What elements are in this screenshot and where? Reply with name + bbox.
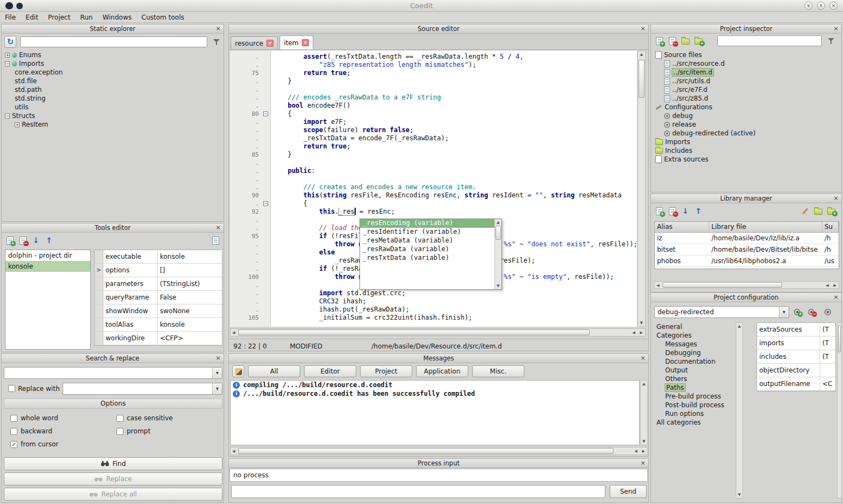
tree-item[interactable]: std.string xyxy=(2,94,225,103)
scroll-up-icon[interactable]: ▲ xyxy=(495,220,501,225)
properties-scrollbar[interactable] xyxy=(837,322,842,499)
category-item[interactable]: Debugging xyxy=(654,349,734,357)
tree-item[interactable]: core.exception xyxy=(2,68,225,77)
fold-collapse-icon[interactable]: − xyxy=(263,201,268,206)
dropdown-arrow-icon[interactable]: ▾ xyxy=(212,383,222,394)
clone-tool-button[interactable] xyxy=(209,234,221,246)
inspector-item[interactable]: ../src/z85.d xyxy=(651,94,842,103)
edit-library-button[interactable] xyxy=(799,205,811,217)
library-row[interactable]: iz/home/basile/Dev/Iz/lib/iz.a/h xyxy=(655,233,839,244)
tool-list-item[interactable]: dolphin - project dir xyxy=(5,250,90,261)
property-value[interactable]: False xyxy=(158,291,222,304)
messages-filter-all[interactable]: All xyxy=(248,365,300,377)
messages-horizontal-scrollbar[interactable]: ◀ ◀ ▶ xyxy=(230,447,648,455)
config-property-row[interactable]: outputFilename<C xyxy=(757,377,835,391)
scroll-right-icon[interactable]: ▶ xyxy=(642,449,645,453)
sync-configuration-button[interactable] xyxy=(822,306,834,318)
inspector-item[interactable]: ../src/utils.d xyxy=(651,77,842,85)
dropdown-arrow-icon[interactable]: ▾ xyxy=(212,368,222,378)
scroll-thumb[interactable] xyxy=(639,60,644,98)
close-panel-icon[interactable]: × xyxy=(214,354,222,362)
inspector-filter-button[interactable] xyxy=(825,35,837,47)
add-source-button[interactable]: + xyxy=(653,35,665,47)
property-value[interactable]: swoNone xyxy=(158,304,222,318)
remove-source-button[interactable]: − xyxy=(666,35,678,47)
property-row[interactable]: executablekonsole xyxy=(95,250,222,264)
scroll-down-icon[interactable]: ▼ xyxy=(736,493,742,497)
column-extra[interactable]: Su xyxy=(822,222,839,232)
tree-item[interactable]: std.path xyxy=(2,85,225,94)
checkbox[interactable]: ✓ xyxy=(10,441,17,448)
tree-item[interactable]: +Enums xyxy=(2,51,225,59)
property-row[interactable]: queryParameFalse xyxy=(95,291,222,304)
close-window-button[interactable]: × xyxy=(829,2,838,10)
inspector-item[interactable]: Extra sources xyxy=(651,155,842,164)
add-tool-button[interactable]: + xyxy=(4,234,16,246)
scroll-left-icon[interactable]: ◀ xyxy=(826,283,829,288)
property-row[interactable]: toolAliaskonsole xyxy=(95,318,222,332)
configuration-selector[interactable]: debug-redirected ▾ xyxy=(654,306,789,318)
library-row[interactable]: phobos/usr/lib64/libphobos2.a/us xyxy=(655,256,839,267)
category-item[interactable]: Paths xyxy=(654,383,734,392)
messages-vertical-scrollbar[interactable]: ▲ ▼ xyxy=(640,380,648,445)
replace-button[interactable]: Replace xyxy=(4,472,222,486)
messages-filter-project[interactable]: Project xyxy=(360,365,412,377)
menu-item-project[interactable]: Project xyxy=(43,12,75,22)
property-row[interactable]: workingDire<CFP> xyxy=(95,332,222,345)
tab-close-icon[interactable]: × xyxy=(266,40,274,47)
option-row[interactable]: prompt xyxy=(114,425,220,438)
replace-all-button[interactable]: Replace all xyxy=(4,488,222,501)
scroll-up-icon[interactable]: ▲ xyxy=(736,324,742,328)
process-input-field[interactable] xyxy=(231,485,605,498)
tree-item[interactable]: −Structs xyxy=(2,111,225,120)
editor-tab-resource[interactable]: resource× xyxy=(231,36,278,49)
menu-item-edit[interactable]: Edit xyxy=(21,12,43,22)
inspector-item[interactable]: ../src/e7F.d xyxy=(651,85,842,94)
expander-icon[interactable]: − xyxy=(5,61,10,66)
open-library-folder-button[interactable] xyxy=(812,205,824,217)
editor-tab-item[interactable]: item× xyxy=(280,35,313,49)
category-item[interactable]: Others xyxy=(654,375,734,383)
move-tool-up-button[interactable]: ↑ xyxy=(43,234,55,246)
fold-collapse-icon[interactable]: − xyxy=(263,111,268,116)
inspector-item[interactable]: ../src/item.d xyxy=(651,68,842,77)
expander-icon[interactable]: − xyxy=(5,114,10,119)
menu-item-custom-tools[interactable]: Custom tools xyxy=(137,12,189,22)
scroll-down-icon[interactable]: ▼ xyxy=(495,284,501,288)
add-configuration-button[interactable]: + xyxy=(794,306,805,318)
category-item[interactable]: Post-build process xyxy=(654,401,734,409)
category-item[interactable]: General xyxy=(654,322,734,331)
move-library-down-button[interactable]: ↓ xyxy=(679,205,691,217)
scroll-thumb[interactable] xyxy=(662,282,782,288)
property-row[interactable]: >options[] xyxy=(95,264,222,277)
inspector-item[interactable]: ../src/resource.d xyxy=(651,59,842,68)
scroll-left-icon[interactable]: ◀ xyxy=(635,449,637,453)
scroll-left-icon[interactable]: ◀ xyxy=(232,331,235,335)
column-alias[interactable]: Alias xyxy=(655,222,709,232)
config-property-row[interactable]: extraSources(T xyxy=(757,323,835,337)
inspector-item[interactable]: Includes xyxy=(651,146,842,155)
tree-item[interactable]: +ResItem xyxy=(2,120,225,129)
completion-scrollbar[interactable]: ▲ ▼ xyxy=(494,219,501,289)
checkbox[interactable] xyxy=(10,428,17,435)
scroll-thumb[interactable] xyxy=(238,329,590,335)
completion-item[interactable]: _resEncoding (variable) xyxy=(360,219,494,228)
scroll-down-icon[interactable]: ▼ xyxy=(641,439,647,444)
scroll-down-icon[interactable]: ▼ xyxy=(638,321,645,325)
checkbox[interactable] xyxy=(116,428,123,435)
property-value[interactable]: <CFP> xyxy=(158,332,222,345)
message-row[interactable]: i/.../build/resource.d.coedit has been s… xyxy=(231,389,639,398)
inspector-item[interactable]: Configurations xyxy=(651,103,842,111)
property-value[interactable]: konsole xyxy=(158,318,222,331)
property-value[interactable] xyxy=(820,364,835,377)
remove-tool-button[interactable]: − xyxy=(17,234,29,246)
property-row[interactable]: parameters(TStringList) xyxy=(95,277,222,291)
tree-item[interactable]: std.file xyxy=(2,77,225,85)
close-panel-icon[interactable]: × xyxy=(832,25,840,33)
unregister-library-button[interactable]: − xyxy=(666,205,678,217)
close-panel-icon[interactable]: × xyxy=(639,25,647,33)
option-row[interactable]: ✓from cursor xyxy=(8,438,114,451)
completion-item[interactable]: _resIdentifier (variable) xyxy=(360,228,494,237)
property-value[interactable]: (T xyxy=(820,350,835,363)
scroll-right-icon[interactable]: ▶ xyxy=(640,331,643,335)
